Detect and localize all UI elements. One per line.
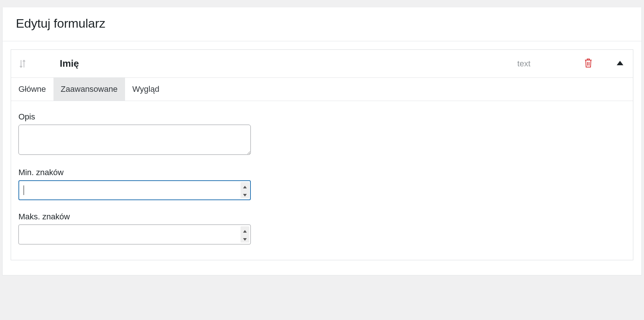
trash-icon bbox=[584, 58, 593, 69]
tab-main[interactable]: Główne bbox=[11, 78, 53, 101]
field-type-label: text bbox=[517, 59, 530, 69]
delete-button[interactable] bbox=[582, 56, 595, 71]
field-name-label: Imię bbox=[60, 58, 79, 69]
description-label: Opis bbox=[18, 112, 626, 122]
step-up-button[interactable] bbox=[240, 182, 249, 190]
step-down-button[interactable] bbox=[240, 234, 249, 243]
field-header: Imię text bbox=[11, 50, 633, 78]
number-stepper bbox=[240, 226, 249, 243]
max-chars-input[interactable] bbox=[18, 225, 251, 244]
tab-advanced[interactable]: Zaawansowane bbox=[53, 78, 125, 101]
collapse-button[interactable] bbox=[615, 59, 625, 68]
max-chars-label: Maks. znaków bbox=[18, 212, 626, 222]
description-textarea[interactable] bbox=[18, 125, 251, 155]
step-down-button[interactable] bbox=[240, 190, 249, 198]
chevron-down-icon bbox=[243, 236, 247, 242]
text-cursor bbox=[24, 185, 24, 195]
field-body: Opis Min. znaków bbox=[11, 101, 633, 260]
chevron-up-icon bbox=[617, 61, 623, 66]
step-up-button[interactable] bbox=[240, 226, 249, 234]
chevron-down-icon bbox=[243, 191, 247, 198]
tab-appearance[interactable]: Wygląd bbox=[125, 78, 167, 101]
chevron-up-icon bbox=[243, 183, 247, 189]
chevron-up-icon bbox=[243, 227, 247, 234]
number-stepper bbox=[240, 182, 249, 198]
min-chars-label: Min. znaków bbox=[18, 168, 626, 177]
drag-handle-icon[interactable] bbox=[18, 59, 27, 69]
min-chars-input[interactable] bbox=[18, 180, 251, 200]
tabs: Główne Zaawansowane Wygląd bbox=[11, 78, 633, 101]
page-title: Edytuj formularz bbox=[16, 16, 628, 31]
field-card: Imię text bbox=[11, 49, 633, 260]
